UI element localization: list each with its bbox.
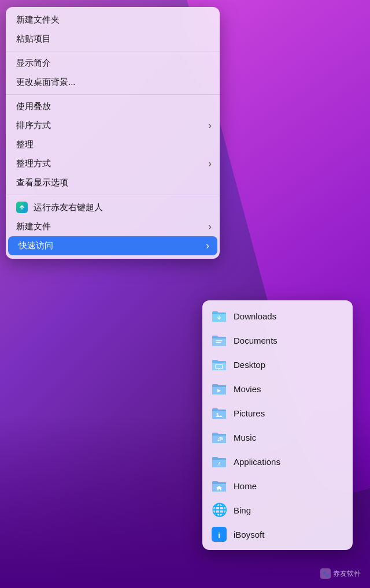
paste-label: 粘贴项目: [16, 34, 51, 44]
menu-item-sort-by[interactable]: 排序方式: [6, 116, 220, 135]
home-folder-icon: [212, 478, 227, 493]
desktop-folder-icon: [212, 357, 227, 372]
change-wallpaper-label: 更改桌面背景...: [16, 77, 76, 88]
new-file-label: 新建文件: [16, 221, 51, 232]
sort-by-arrow-icon: [208, 120, 212, 132]
menu-item-show-info[interactable]: 显示简介: [6, 54, 220, 73]
show-view-options-label: 查看显示选项: [16, 177, 68, 188]
desktop-label: Desktop: [234, 360, 265, 370]
menu-item-new-folder[interactable]: 新建文件夹: [6, 10, 220, 29]
submenu-item-desktop[interactable]: Desktop: [202, 352, 353, 377]
movies-folder-icon: [212, 381, 227, 396]
documents-folder-icon: [212, 333, 227, 348]
svg-point-2: [217, 413, 219, 415]
run-app-label: 运行赤友右键超人: [34, 202, 103, 213]
menu-item-change-wallpaper[interactable]: 更改桌面背景...: [6, 73, 220, 92]
context-menu: 新建文件夹 粘贴项目 显示简介 更改桌面背景... 使用叠放 排序方式 整理 整…: [6, 7, 220, 259]
submenu-item-bing[interactable]: 🌐 Bing: [202, 498, 353, 522]
downloads-label: Downloads: [234, 311, 276, 321]
run-app-icon: [16, 202, 28, 213]
svg-point-3: [218, 440, 220, 441]
movies-label: Movies: [234, 384, 261, 394]
svg-text:A: A: [217, 462, 221, 467]
menu-item-use-stacks[interactable]: 使用叠放: [6, 97, 220, 116]
watermark-text: 赤友软件: [333, 569, 361, 579]
bing-globe-icon: 🌐: [212, 503, 227, 518]
applications-folder-icon: A: [212, 454, 227, 469]
submenu-item-movies[interactable]: Movies: [202, 377, 353, 401]
bing-label: Bing: [234, 505, 251, 515]
new-folder-label: 新建文件夹: [16, 14, 60, 25]
menu-item-paste[interactable]: 粘贴项目: [6, 29, 220, 49]
watermark-icon: 🐾: [320, 568, 331, 579]
pictures-label: Pictures: [234, 408, 265, 418]
submenu-item-pictures[interactable]: Pictures: [202, 401, 353, 425]
quick-access-arrow-icon: [206, 240, 209, 252]
clean-up-by-label: 整理方式: [16, 158, 51, 169]
quick-access-label: 快速访问: [18, 240, 53, 251]
separator-2: [6, 94, 220, 95]
home-label: Home: [234, 481, 257, 491]
iboysoft-icon: i: [212, 527, 227, 542]
separator-1: [6, 51, 220, 51]
menu-item-new-file[interactable]: 新建文件: [6, 217, 220, 236]
downloads-folder-icon: [212, 308, 227, 323]
svg-text:i: i: [218, 531, 220, 539]
menu-item-quick-access[interactable]: 快速访问: [8, 236, 217, 255]
menu-item-run-app[interactable]: 运行赤友右键超人: [6, 198, 220, 217]
clean-up-by-arrow-icon: [208, 158, 212, 170]
clean-up-label: 整理: [16, 139, 34, 150]
applications-label: Applications: [234, 457, 280, 467]
submenu-item-documents[interactable]: Documents: [202, 328, 353, 352]
submenu-item-applications[interactable]: A Applications: [202, 449, 353, 474]
show-info-label: 显示简介: [16, 58, 51, 69]
music-folder-icon: [212, 430, 227, 445]
use-stacks-label: 使用叠放: [16, 101, 51, 112]
iboysoft-label: iBoysoft: [234, 530, 264, 539]
sort-by-label: 排序方式: [16, 120, 51, 131]
documents-label: Documents: [234, 336, 278, 345]
svg-point-4: [221, 438, 223, 440]
pictures-folder-icon: [212, 405, 227, 420]
menu-item-show-view-options[interactable]: 查看显示选项: [6, 173, 220, 192]
submenu-item-downloads[interactable]: Downloads: [202, 304, 353, 328]
new-file-arrow-icon: [208, 221, 212, 233]
music-label: Music: [234, 433, 256, 442]
submenu-item-iboysoft[interactable]: i iBoysoft: [202, 522, 353, 546]
submenu-item-music[interactable]: Music: [202, 425, 353, 449]
submenu-quick-access: Downloads Documents Desktop: [202, 300, 353, 550]
watermark: 🐾 赤友软件: [320, 568, 361, 579]
submenu-item-home[interactable]: Home: [202, 474, 353, 498]
menu-item-clean-up-by[interactable]: 整理方式: [6, 154, 220, 173]
separator-3: [6, 195, 220, 195]
menu-item-clean-up[interactable]: 整理: [6, 135, 220, 154]
